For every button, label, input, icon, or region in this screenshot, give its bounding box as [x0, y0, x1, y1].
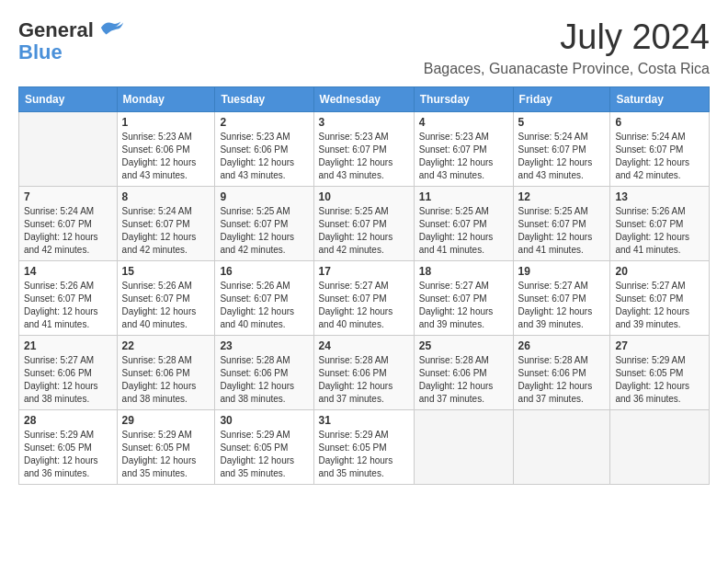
day-number: 16: [220, 265, 308, 278]
table-row: 3Sunrise: 5:23 AM Sunset: 6:07 PM Daylig…: [313, 111, 414, 186]
day-number: 5: [518, 116, 606, 129]
table-row: 4Sunrise: 5:23 AM Sunset: 6:07 PM Daylig…: [414, 111, 513, 186]
day-info: Sunrise: 5:27 AM Sunset: 6:07 PM Dayligh…: [518, 280, 606, 331]
day-info: Sunrise: 5:28 AM Sunset: 6:06 PM Dayligh…: [220, 354, 308, 406]
day-number: 10: [319, 190, 409, 203]
day-number: 20: [615, 265, 704, 278]
calendar-header-row: Sunday Monday Tuesday Wednesday Thursday…: [19, 86, 710, 111]
day-number: 1: [122, 116, 210, 129]
header-saturday: Saturday: [610, 86, 710, 111]
day-number: 14: [24, 265, 112, 278]
day-info: Sunrise: 5:26 AM Sunset: 6:07 PM Dayligh…: [122, 280, 210, 331]
day-number: 27: [615, 339, 704, 352]
table-row: 22Sunrise: 5:28 AM Sunset: 6:06 PM Dayli…: [117, 335, 215, 409]
day-info: Sunrise: 5:24 AM Sunset: 6:07 PM Dayligh…: [122, 205, 210, 257]
day-info: Sunrise: 5:24 AM Sunset: 6:07 PM Dayligh…: [518, 131, 606, 182]
table-row: 28Sunrise: 5:29 AM Sunset: 6:05 PM Dayli…: [19, 409, 118, 484]
day-number: 8: [122, 190, 210, 203]
day-info: Sunrise: 5:26 AM Sunset: 6:07 PM Dayligh…: [24, 280, 112, 331]
table-row: 15Sunrise: 5:26 AM Sunset: 6:07 PM Dayli…: [117, 260, 215, 335]
page-header: General Blue July 2024 Bagaces, Guanacas…: [18, 18, 710, 77]
day-number: 19: [518, 265, 606, 278]
day-number: 25: [419, 339, 508, 352]
day-info: Sunrise: 5:23 AM Sunset: 6:07 PM Dayligh…: [319, 131, 409, 182]
location-title: Bagaces, Guanacaste Province, Costa Rica: [424, 61, 710, 77]
table-row: 29Sunrise: 5:29 AM Sunset: 6:05 PM Dayli…: [117, 409, 215, 484]
header-sunday: Sunday: [19, 86, 118, 111]
logo-general-text: General: [18, 18, 94, 41]
header-tuesday: Tuesday: [215, 86, 313, 111]
day-info: Sunrise: 5:26 AM Sunset: 6:07 PM Dayligh…: [615, 205, 704, 257]
table-row: 31Sunrise: 5:29 AM Sunset: 6:05 PM Dayli…: [313, 409, 414, 484]
day-number: 22: [122, 339, 210, 352]
day-info: Sunrise: 5:28 AM Sunset: 6:06 PM Dayligh…: [319, 354, 409, 406]
table-row: 14Sunrise: 5:26 AM Sunset: 6:07 PM Dayli…: [19, 260, 118, 335]
table-row: 13Sunrise: 5:26 AM Sunset: 6:07 PM Dayli…: [610, 186, 710, 260]
day-info: Sunrise: 5:23 AM Sunset: 6:06 PM Dayligh…: [220, 131, 308, 182]
table-row: 10Sunrise: 5:25 AM Sunset: 6:07 PM Dayli…: [313, 186, 414, 260]
day-number: 7: [24, 190, 112, 203]
table-row: 26Sunrise: 5:28 AM Sunset: 6:06 PM Dayli…: [513, 335, 610, 409]
day-info: Sunrise: 5:27 AM Sunset: 6:07 PM Dayligh…: [419, 280, 508, 331]
day-info: Sunrise: 5:27 AM Sunset: 6:07 PM Dayligh…: [615, 280, 704, 331]
table-row: 7Sunrise: 5:24 AM Sunset: 6:07 PM Daylig…: [19, 186, 118, 260]
month-title: July 2024: [424, 18, 710, 57]
table-row: 6Sunrise: 5:24 AM Sunset: 6:07 PM Daylig…: [610, 111, 710, 186]
day-number: 28: [24, 414, 112, 427]
table-row: 23Sunrise: 5:28 AM Sunset: 6:06 PM Dayli…: [215, 335, 313, 409]
table-row: 18Sunrise: 5:27 AM Sunset: 6:07 PM Dayli…: [414, 260, 513, 335]
table-row: 21Sunrise: 5:27 AM Sunset: 6:06 PM Dayli…: [19, 335, 118, 409]
table-row: 12Sunrise: 5:25 AM Sunset: 6:07 PM Dayli…: [513, 186, 610, 260]
logo: General Blue: [18, 18, 125, 63]
day-number: 30: [220, 414, 308, 427]
day-info: Sunrise: 5:29 AM Sunset: 6:05 PM Dayligh…: [220, 429, 308, 480]
day-number: 11: [419, 190, 508, 203]
table-row: 24Sunrise: 5:28 AM Sunset: 6:06 PM Dayli…: [313, 335, 414, 409]
calendar-week-row: 7Sunrise: 5:24 AM Sunset: 6:07 PM Daylig…: [19, 186, 710, 260]
day-info: Sunrise: 5:25 AM Sunset: 6:07 PM Dayligh…: [419, 205, 508, 257]
day-info: Sunrise: 5:23 AM Sunset: 6:07 PM Dayligh…: [419, 131, 508, 182]
header-friday: Friday: [513, 86, 610, 111]
day-info: Sunrise: 5:23 AM Sunset: 6:06 PM Dayligh…: [122, 131, 210, 182]
day-number: 6: [615, 116, 704, 129]
table-row: 8Sunrise: 5:24 AM Sunset: 6:07 PM Daylig…: [117, 186, 215, 260]
calendar-week-row: 14Sunrise: 5:26 AM Sunset: 6:07 PM Dayli…: [19, 260, 710, 335]
day-number: 2: [220, 116, 308, 129]
day-number: 12: [518, 190, 606, 203]
day-number: 31: [319, 414, 409, 427]
day-number: 15: [122, 265, 210, 278]
table-row: 19Sunrise: 5:27 AM Sunset: 6:07 PM Dayli…: [513, 260, 610, 335]
title-area: July 2024 Bagaces, Guanacaste Province, …: [424, 18, 710, 77]
table-row: 30Sunrise: 5:29 AM Sunset: 6:05 PM Dayli…: [215, 409, 313, 484]
table-row: 25Sunrise: 5:28 AM Sunset: 6:06 PM Dayli…: [414, 335, 513, 409]
day-number: 4: [419, 116, 508, 129]
day-info: Sunrise: 5:25 AM Sunset: 6:07 PM Dayligh…: [518, 205, 606, 257]
day-info: Sunrise: 5:25 AM Sunset: 6:07 PM Dayligh…: [319, 205, 409, 257]
calendar-week-row: 21Sunrise: 5:27 AM Sunset: 6:06 PM Dayli…: [19, 335, 710, 409]
calendar-week-row: 1Sunrise: 5:23 AM Sunset: 6:06 PM Daylig…: [19, 111, 710, 186]
day-number: 13: [615, 190, 704, 203]
day-info: Sunrise: 5:29 AM Sunset: 6:05 PM Dayligh…: [615, 354, 704, 406]
day-number: 24: [319, 339, 409, 352]
table-row: 1Sunrise: 5:23 AM Sunset: 6:06 PM Daylig…: [117, 111, 215, 186]
header-monday: Monday: [117, 86, 215, 111]
day-number: 3: [319, 116, 409, 129]
day-info: Sunrise: 5:26 AM Sunset: 6:07 PM Dayligh…: [220, 280, 308, 331]
calendar-week-row: 28Sunrise: 5:29 AM Sunset: 6:05 PM Dayli…: [19, 409, 710, 484]
logo-bird-icon: [99, 18, 125, 37]
day-info: Sunrise: 5:27 AM Sunset: 6:06 PM Dayligh…: [24, 354, 112, 406]
table-row: 5Sunrise: 5:24 AM Sunset: 6:07 PM Daylig…: [513, 111, 610, 186]
table-row: [610, 409, 710, 484]
day-info: Sunrise: 5:28 AM Sunset: 6:06 PM Dayligh…: [122, 354, 210, 406]
header-thursday: Thursday: [414, 86, 513, 111]
day-number: 21: [24, 339, 112, 352]
day-number: 26: [518, 339, 606, 352]
table-row: [414, 409, 513, 484]
day-number: 18: [419, 265, 508, 278]
table-row: 2Sunrise: 5:23 AM Sunset: 6:06 PM Daylig…: [215, 111, 313, 186]
table-row: 17Sunrise: 5:27 AM Sunset: 6:07 PM Dayli…: [313, 260, 414, 335]
table-row: [513, 409, 610, 484]
header-wednesday: Wednesday: [313, 86, 414, 111]
day-info: Sunrise: 5:29 AM Sunset: 6:05 PM Dayligh…: [122, 429, 210, 480]
day-info: Sunrise: 5:29 AM Sunset: 6:05 PM Dayligh…: [319, 429, 409, 480]
